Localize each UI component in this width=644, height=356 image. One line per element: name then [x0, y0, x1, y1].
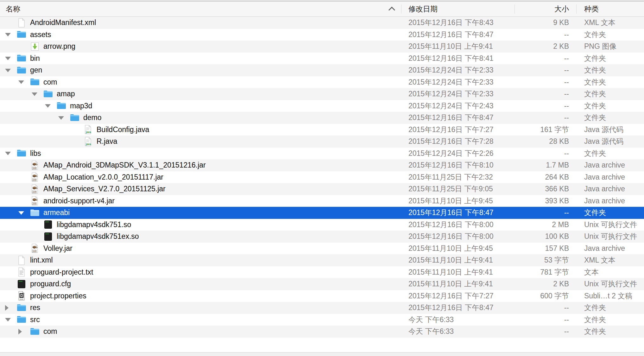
file-kind: 文件夹 — [584, 53, 643, 65]
file-size: -- — [513, 314, 569, 326]
disclosure-triangle-expanded[interactable] — [5, 33, 11, 36]
svg-text:JAR: JAR — [33, 203, 36, 205]
file-kind: XML 文本 — [584, 17, 643, 29]
date-modified: 2015年11月10日 上午9:41 — [408, 266, 513, 278]
column-header-kind[interactable]: 种类 — [584, 2, 599, 16]
file-name: map3d — [70, 100, 92, 112]
date-modified: 2015年12月24日 下午2:33 — [408, 64, 513, 76]
disclosure-triangle-collapsed[interactable] — [18, 329, 22, 334]
date-modified: 2015年11月25日 下午2:32 — [408, 171, 513, 183]
date-modified: 2015年11月10日 上午9:45 — [408, 195, 513, 207]
file-row[interactable]: JAVAproject.properties2015年12月16日 下午7:27… — [0, 290, 644, 302]
file-name: proguard.cfg — [30, 278, 71, 290]
file-row[interactable]: libgdamapv4sdk751ex.so2015年12月16日 下午8:00… — [0, 231, 644, 243]
file-size: 2 KB — [513, 278, 569, 290]
disclosure-triangle-expanded[interactable] — [5, 152, 11, 155]
file-kind: Java 源代码 — [584, 124, 643, 136]
date-modified: 2015年11月10日 上午9:45 — [408, 243, 513, 255]
file-name: demo — [83, 112, 102, 124]
file-row[interactable]: JARAMap_Location_v2.0.0_20151117.jar2015… — [0, 171, 644, 183]
file-size: 9 KB — [513, 17, 569, 29]
svg-text:JAR: JAR — [33, 167, 36, 169]
file-row[interactable]: AndroidManifest.xml2015年12月16日 下午8:439 K… — [0, 17, 644, 29]
sort-ascending-icon[interactable] — [388, 7, 395, 13]
disclosure-triangle-expanded[interactable] — [58, 116, 64, 120]
disclosure-triangle-expanded[interactable] — [32, 92, 37, 96]
folder-icon — [29, 207, 40, 218]
date-modified: 2015年12月16日 下午7:27 — [408, 124, 513, 136]
file-kind: 文件夹 — [584, 64, 643, 76]
java-icon: java — [83, 136, 93, 147]
file-row[interactable]: res2015年12月16日 下午8:47--文件夹 — [0, 302, 644, 314]
file-row[interactable]: amap2015年12月24日 下午2:33--文件夹 — [0, 88, 644, 100]
file-row[interactable]: JARVolley.jar2015年11月10日 上午9:45157 KBJav… — [0, 243, 644, 255]
file-row[interactable]: proguard-project.txt2015年11月10日 上午9:4178… — [0, 266, 644, 278]
file-row[interactable]: bin2015年12月16日 下午8:41--文件夹 — [0, 53, 644, 65]
disclosure-triangle-expanded[interactable] — [45, 104, 51, 108]
date-modified: 2015年12月16日 下午7:27 — [408, 290, 513, 302]
statusbar-top-edge — [0, 352, 644, 356]
date-modified: 2015年11月10日 上午9:41 — [408, 278, 513, 290]
file-row[interactable]: com今天 下午6:33--文件夹 — [0, 326, 644, 338]
column-header-name[interactable]: 名称 — [6, 2, 20, 16]
file-row[interactable]: demo2015年12月16日 下午8:47--文件夹 — [0, 112, 644, 124]
file-row[interactable]: javaBuildConfig.java2015年12月16日 下午7:2716… — [0, 124, 644, 136]
file-size: 100 KB — [513, 231, 569, 243]
disclosure-triangle-expanded[interactable] — [5, 57, 11, 60]
file-kind: 文件夹 — [584, 207, 643, 219]
file-size: 157 KB — [513, 243, 569, 255]
file-row[interactable]: proguard.cfg2015年11月10日 上午9:412 KBUnix 可… — [0, 278, 644, 290]
file-name: proguard-project.txt — [30, 266, 93, 278]
file-size: 53 字节 — [513, 254, 569, 266]
file-row[interactable]: map3d2015年12月24日 下午2:43--文件夹 — [0, 100, 644, 112]
disclosure-triangle-expanded[interactable] — [18, 211, 24, 215]
folder-icon — [16, 314, 27, 325]
file-name: project.properties — [30, 290, 86, 302]
jar-icon: JAR — [29, 172, 40, 182]
file-size: 1.7 MB — [513, 159, 569, 171]
file-row[interactable]: JARandroid-support-v4.jar2015年11月10日 上午9… — [0, 195, 644, 207]
file-kind: Java 源代码 — [584, 136, 643, 148]
file-row[interactable]: com2015年12月24日 下午2:33--文件夹 — [0, 76, 644, 88]
file-kind: Java archive — [584, 183, 643, 195]
folder-icon — [16, 65, 27, 76]
file-size: 393 KB — [513, 195, 569, 207]
file-row[interactable]: javaR.java2015年12月16日 下午7:2828 KBJava 源代… — [0, 136, 644, 148]
file-size: 366 KB — [513, 183, 569, 195]
executable-icon — [43, 219, 54, 230]
file-row[interactable]: libs2015年12月24日 下午2:26--文件夹 — [0, 148, 644, 160]
file-row[interactable]: JARAMap_Services_V2.7.0_20151125.jar2015… — [0, 183, 644, 195]
date-modified: 2015年12月16日 下午8:43 — [408, 17, 513, 29]
jar-icon: JAR — [29, 160, 40, 171]
date-modified: 2015年11月10日 上午9:41 — [408, 41, 513, 53]
file-row[interactable]: lint.xml2015年11月10日 上午9:4153 字节XML 文本 — [0, 254, 644, 266]
file-row[interactable]: gen2015年12月24日 下午2:33--文件夹 — [0, 64, 644, 76]
column-divider[interactable] — [576, 4, 577, 14]
column-header-size[interactable]: 大小 — [515, 2, 569, 16]
folder-icon — [16, 302, 27, 313]
file-name: src — [30, 314, 40, 326]
finder-list-view-window: 名称 修改日期 大小 种类 AndroidManifest.xml2015年12… — [0, 0, 644, 356]
column-divider[interactable] — [401, 4, 401, 14]
date-modified: 2015年12月16日 下午7:28 — [408, 136, 513, 148]
file-row[interactable]: JARAMap_Android_3DMapSDK_V3.1.1_20151216… — [0, 159, 644, 171]
file-size: 264 KB — [513, 171, 569, 183]
disclosure-triangle-expanded[interactable] — [5, 318, 11, 321]
file-name: R.java — [97, 136, 117, 148]
file-row[interactable]: assets2015年12月16日 下午8:47--文件夹 — [0, 29, 644, 41]
file-row[interactable]: arrow.png2015年11月10日 上午9:412 KBPNG 图像 — [0, 41, 644, 53]
disclosure-triangle-expanded[interactable] — [18, 80, 24, 84]
file-row[interactable]: libgdamapv4sdk751.so2015年12月16日 下午8:002 … — [0, 219, 644, 231]
disclosure-triangle-collapsed[interactable] — [5, 305, 9, 311]
disclosure-triangle-expanded[interactable] — [5, 69, 11, 72]
date-modified: 2015年11月25日 下午9:05 — [408, 183, 513, 195]
file-name: assets — [30, 29, 51, 41]
svg-text:JAR: JAR — [33, 179, 36, 181]
file-row[interactable]: armeabi2015年12月16日 下午8:47--文件夹 — [0, 207, 644, 219]
file-name: Volley.jar — [43, 243, 73, 255]
file-row[interactable]: src今天 下午6:33--文件夹 — [0, 314, 644, 326]
date-modified: 2015年12月16日 下午8:10 — [408, 159, 513, 171]
file-kind: 文件夹 — [584, 88, 643, 100]
column-header-date-modified[interactable]: 修改日期 — [408, 2, 438, 16]
date-modified: 2015年12月24日 下午2:43 — [408, 100, 513, 112]
